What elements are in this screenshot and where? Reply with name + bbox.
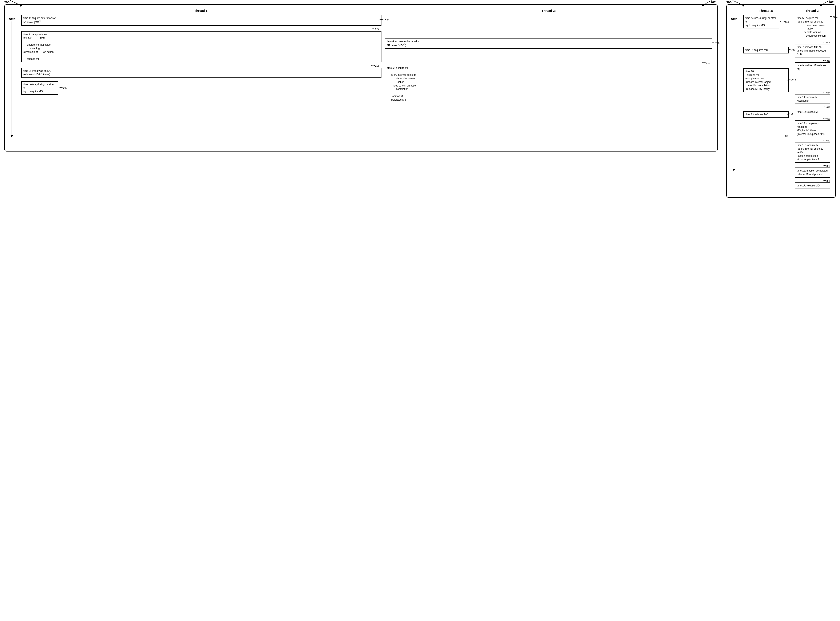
label-312: 312 bbox=[787, 79, 796, 82]
thread1-header: Thread 1: bbox=[21, 9, 381, 12]
box4-container: time 4: acquire outer monitorN2 times (M… bbox=[385, 38, 712, 49]
box5-text: time 5: -acquire MI -query internal obje… bbox=[387, 67, 417, 101]
box-306-container: 306 time 7: release MO N2 times (interna… bbox=[795, 41, 830, 58]
box-time1: time 1: acquire outer monitorN1 times (M… bbox=[21, 15, 381, 26]
d2-thread2-col: Thread 2: time 5: -acquire MI -query int… bbox=[790, 9, 832, 191]
time-label-2: Time bbox=[731, 17, 737, 21]
brace-label-text: time before, during, or after 5:try to a… bbox=[23, 83, 54, 93]
label-212: 212 bbox=[385, 61, 710, 64]
box-306-text: time 7: release MO N2 times (internal un… bbox=[797, 45, 826, 56]
columns-1: Thread 1: time 1: acquire outer monitorN… bbox=[20, 9, 714, 105]
diagram2-border: Time Thread 1: time before, during, or a… bbox=[726, 4, 836, 198]
d2-brace-group: time before, during, or after 5:try to a… bbox=[743, 15, 789, 29]
box4-text: time 4: acquire outer monitorN2 times (M… bbox=[387, 40, 419, 47]
label-304: 304 bbox=[829, 16, 837, 19]
box-310-text: time 9: wait on MI (release MI) bbox=[797, 64, 826, 71]
box-time9: time 9: wait on MI (release MI) bbox=[795, 62, 830, 73]
label-210: 210 bbox=[59, 86, 67, 89]
box-time13: time 13: release MO bbox=[743, 111, 789, 118]
box-time8: time 8: acquires MO bbox=[743, 47, 789, 53]
box-t1-318-text: time 13: release MO bbox=[746, 113, 768, 116]
ref-200: 200 bbox=[4, 0, 9, 4]
box-time10: time 10: - acquire MI -complete action -… bbox=[743, 68, 789, 92]
box-t1-312-container: time 10: - acquire MI -complete action -… bbox=[743, 68, 789, 92]
label-202: 202 bbox=[378, 19, 389, 22]
box-320-text: time 14: completely reacquireMO, i.e. N2… bbox=[797, 122, 825, 135]
box-time15: time 15: -acquire MI-query internal obje… bbox=[795, 142, 830, 163]
brace-group-1: time before, during, or after 5:try to a… bbox=[21, 81, 381, 95]
box-322-container: 322 time 15: -acquire MI-query internal … bbox=[795, 139, 830, 163]
box-time5-t2: time 5: -acquire MI -query internal obje… bbox=[795, 15, 830, 39]
box-324-container: 324 time 16: if action completedrelease … bbox=[795, 165, 830, 177]
box-326-text: time 17: release MO bbox=[797, 184, 820, 187]
d2-brace-label: time before, during, or after 5:try to a… bbox=[743, 15, 779, 29]
box-time17: time 17: release MO bbox=[795, 182, 830, 189]
diagram-1: 200 102 Time Thread 1: time 1: acquire o… bbox=[4, 4, 718, 198]
box-320-container: 320 time 14: completely reacquireMO, i.e… bbox=[795, 117, 830, 137]
box-t1-312-text: time 10: - acquire MI -complete action -… bbox=[746, 70, 771, 91]
box3-text: time 3: timed wait on MO(releases MO N1 … bbox=[23, 70, 52, 76]
thread2-col: Thread 2: time 4: acquire outer monitorN… bbox=[383, 9, 714, 105]
box-time12: time 12: release MI bbox=[795, 109, 830, 115]
box1-text: time 1: acquire outer monitorN1 times (M… bbox=[23, 17, 56, 24]
label-316: 316 bbox=[795, 106, 830, 109]
time-label-1: Time bbox=[8, 17, 15, 21]
diagram1-border: Time Thread 1: time 1: acquire outer mon… bbox=[4, 4, 718, 151]
box-time11: time 11: receive MI Notification bbox=[795, 94, 830, 104]
d2-thread2-header: Thread 2: bbox=[795, 9, 830, 12]
box-time16: time 16: if action completedrelease MI a… bbox=[795, 168, 830, 177]
diagram-2: 300 102 Time Thread 1: time before, duri… bbox=[726, 4, 836, 198]
label-324: 324 bbox=[782, 165, 830, 167]
time-arrow-1: Time bbox=[8, 17, 15, 138]
box-t1-308-text: time 8: acquires MO bbox=[746, 48, 768, 51]
box-310-container: 310 time 9: wait on MI (release MI) bbox=[795, 59, 830, 73]
box-314-text: time 11: receive MI Notification bbox=[797, 96, 818, 102]
label-208: 208 bbox=[711, 42, 720, 45]
time-arrow-2: Time bbox=[731, 17, 737, 171]
box-time7: time 7: release MO N2 times (internal un… bbox=[795, 44, 830, 58]
d2-thread1-col: Thread 1: time before, during, or after … bbox=[742, 9, 790, 191]
box-t1-318-container: time 13: release MO 318 bbox=[743, 111, 789, 118]
thread2-header: Thread 2: bbox=[385, 9, 712, 12]
box-time5: time 5: -acquire MI -query internal obje… bbox=[385, 65, 712, 103]
box2-text: time 2: -acquire inner monitor (MI) -upd… bbox=[23, 33, 53, 61]
box-time3: time 3: timed wait on MO(releases MO N1 … bbox=[21, 68, 381, 78]
label-326: 326 bbox=[782, 180, 830, 182]
box-322-text: time 15: -acquire MI-query internal obje… bbox=[797, 144, 823, 161]
columns-2: Thread 1: time before, during, or after … bbox=[742, 9, 832, 191]
label-320: 320 bbox=[795, 117, 830, 120]
thread1-col: Thread 1: time 1: acquire outer monitorN… bbox=[20, 9, 383, 105]
label-302: 302 bbox=[780, 20, 789, 23]
label-206: 206 bbox=[21, 64, 379, 67]
box-314-container: 314 time 11: receive MI Notification bbox=[795, 91, 830, 104]
label-310: 310 bbox=[795, 59, 830, 62]
box-time14: time 14: completely reacquireMO, i.e. N2… bbox=[795, 120, 830, 137]
box-304-container: time 5: -acquire MI -query internal obje… bbox=[795, 15, 830, 39]
box-time4: time 4: acquire outer monitorN2 times (M… bbox=[385, 38, 712, 49]
box-304-text: time 5: -acquire MI -query internal obje… bbox=[797, 17, 826, 37]
label-314: 314 bbox=[795, 91, 830, 94]
ref-300: 300 bbox=[726, 0, 732, 4]
box-326-container: 326 time 17: release MO bbox=[795, 180, 830, 189]
d2-thread1-header: Thread 1: bbox=[743, 9, 789, 12]
box-316-container: 316 time 12: release MI bbox=[795, 106, 830, 115]
label-306: 306 bbox=[795, 41, 830, 44]
label-322: 322 bbox=[795, 139, 830, 142]
box-time2: time 2: -acquire inner monitor (MI) -upd… bbox=[21, 31, 381, 62]
label-204: 204 bbox=[21, 28, 379, 31]
brace-label-box: time before, during, or after 5:try to a… bbox=[21, 81, 58, 95]
box1-container: time 1: acquire outer monitorN1 times (M… bbox=[21, 15, 381, 26]
box-324-text: time 16: if action completedrelease MI a… bbox=[797, 169, 828, 176]
box-t1-308-container: time 8: acquires MO 308 bbox=[743, 47, 789, 53]
d2-brace-text: time before, during, or after 5:try to a… bbox=[746, 17, 776, 27]
label-303: 303 bbox=[743, 135, 789, 138]
box-316-text: time 12: release MI bbox=[797, 111, 818, 114]
